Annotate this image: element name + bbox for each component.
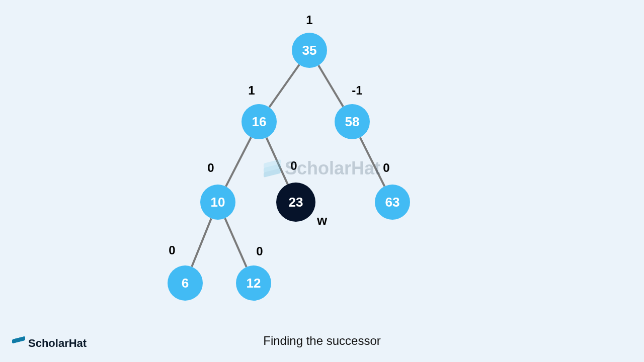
node-23: 23 bbox=[276, 183, 315, 222]
diagram-caption: Finding the successor bbox=[263, 334, 380, 348]
edge bbox=[360, 137, 385, 186]
edge bbox=[269, 65, 299, 108]
balance-58: -1 bbox=[352, 83, 362, 98]
label-w: w bbox=[317, 213, 327, 228]
edge bbox=[267, 138, 289, 186]
node-35: 35 bbox=[292, 33, 327, 68]
edge bbox=[226, 137, 251, 187]
edge bbox=[318, 65, 343, 107]
brand-logo: ScholarHat bbox=[12, 337, 87, 350]
node-58: 58 bbox=[335, 104, 370, 139]
edge bbox=[225, 218, 247, 267]
balance-16: 1 bbox=[248, 83, 255, 98]
balance-6: 0 bbox=[169, 243, 175, 257]
balance-23: 0 bbox=[290, 159, 297, 173]
edge bbox=[192, 218, 211, 266]
balance-10: 0 bbox=[207, 161, 214, 175]
node-6: 6 bbox=[168, 265, 203, 301]
node-63: 63 bbox=[375, 185, 410, 220]
stack-icon bbox=[12, 338, 25, 349]
node-16: 16 bbox=[242, 104, 277, 139]
balance-63: 0 bbox=[383, 161, 389, 175]
brand-text: ScholarHat bbox=[28, 337, 87, 350]
balance-35: 1 bbox=[306, 13, 312, 27]
balance-12: 0 bbox=[256, 244, 263, 258]
node-12: 12 bbox=[236, 265, 271, 301]
node-10: 10 bbox=[200, 185, 235, 220]
